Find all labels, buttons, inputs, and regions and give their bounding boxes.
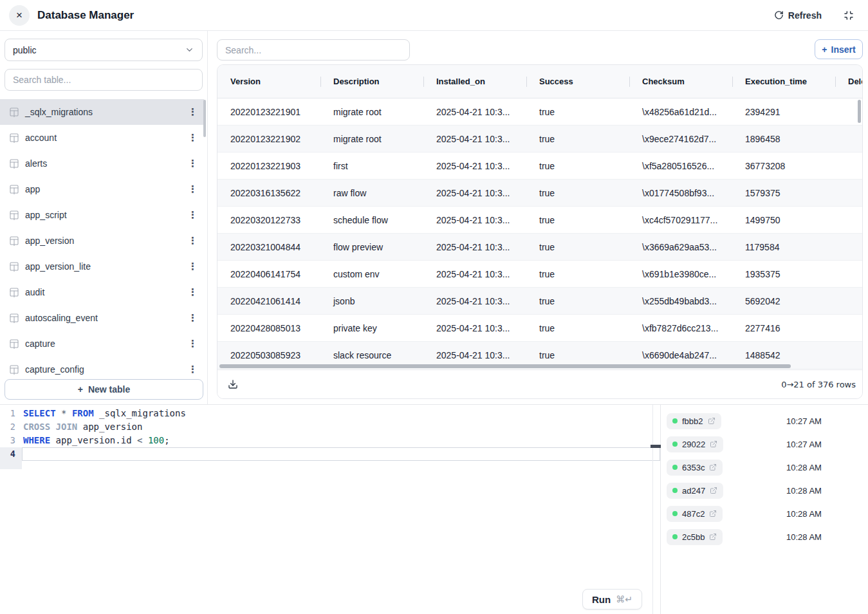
external-link-icon[interactable]: [710, 487, 717, 494]
status-dot-icon: [672, 418, 678, 423]
column-header[interactable]: Installed_on: [423, 77, 526, 86]
sidebar-item-app_version_lite[interactable]: app_version_lite⋮: [0, 254, 204, 279]
history-query-pill[interactable]: 2c5bb: [667, 529, 723, 545]
table-icon: [9, 184, 19, 194]
table-cell: 2025-04-21 10:3...: [423, 242, 526, 252]
sidebar-item-app_version[interactable]: app_version⋮: [0, 228, 204, 254]
kebab-menu-icon[interactable]: ⋮: [188, 364, 198, 375]
run-button[interactable]: Run ⌘↵: [582, 589, 642, 609]
external-link-icon[interactable]: [710, 440, 717, 448]
sidebar-item-capture[interactable]: capture⋮: [0, 331, 204, 357]
history-query-pill[interactable]: 487c2: [667, 506, 723, 522]
new-table-button[interactable]: + New table: [5, 379, 203, 400]
table-cell: 1499750: [732, 215, 835, 225]
kebab-menu-icon[interactable]: ⋮: [188, 158, 198, 169]
grid-body: 20220123221901migrate root2025-04-21 10:…: [217, 98, 862, 369]
line-number: 1: [0, 407, 22, 420]
sidebar-item-account[interactable]: account⋮: [0, 125, 204, 151]
sidebar-item-alerts[interactable]: alerts⋮: [0, 151, 204, 176]
table-cell: schedule flow: [320, 215, 423, 225]
table-cell: 1579375: [732, 188, 835, 198]
table-row[interactable]: 20220316135622raw flow2025-04-21 10:3...…: [217, 180, 862, 207]
table-cell: 20220320122733: [217, 215, 320, 225]
horizontal-scrollbar[interactable]: [219, 364, 791, 368]
table-name-label: app_version_lite: [25, 261, 91, 272]
table-cell: true: [526, 107, 629, 117]
code-line[interactable]: 1SELECT * FROM _sqlx_migrations: [0, 407, 660, 420]
code-line[interactable]: 4: [0, 447, 660, 461]
grid-search-input[interactable]: [217, 39, 410, 60]
code-line[interactable]: 3WHERE app_version.id < 100;: [0, 434, 660, 447]
table-icon: [9, 158, 19, 169]
code-line[interactable]: 2CROSS JOIN app_version: [0, 420, 660, 434]
table-cell: \xc4cf570291177...: [629, 215, 732, 225]
table-search-input[interactable]: [5, 69, 203, 91]
table-icon: [9, 339, 19, 349]
kebab-menu-icon[interactable]: ⋮: [188, 338, 198, 349]
table-name-label: capture_config: [25, 364, 84, 375]
column-header[interactable]: Dele: [835, 77, 863, 86]
query-id-label: 29022: [682, 440, 705, 449]
external-link-icon[interactable]: [709, 533, 717, 541]
kebab-menu-icon[interactable]: ⋮: [188, 235, 198, 247]
kebab-menu-icon[interactable]: ⋮: [188, 183, 198, 195]
editor-scroll-thumb[interactable]: [651, 445, 661, 448]
query-timestamp: 10:27 AM: [786, 416, 822, 426]
history-query-pill[interactable]: 6353c: [667, 460, 723, 476]
kebab-menu-icon[interactable]: ⋮: [188, 261, 198, 272]
table-cell: 20220428085013: [217, 323, 320, 333]
table-row[interactable]: 20220123221903first2025-04-21 10:3...tru…: [217, 153, 862, 180]
table-row[interactable]: 20220421061414jsonb2025-04-21 10:3...tru…: [217, 288, 862, 315]
external-link-icon[interactable]: [709, 510, 717, 517]
vertical-scrollbar[interactable]: [858, 100, 861, 123]
code-content: [22, 447, 660, 461]
table-row[interactable]: 20220123221901migrate root2025-04-21 10:…: [217, 98, 862, 126]
history-query-pill[interactable]: ad247: [667, 483, 723, 499]
kebab-menu-icon[interactable]: ⋮: [188, 286, 198, 298]
minimize-button[interactable]: [844, 10, 854, 21]
close-button[interactable]: ×: [9, 5, 30, 26]
sidebar-item-app_script[interactable]: app_script⋮: [0, 202, 204, 228]
code-content: CROSS JOIN app_version: [22, 420, 660, 434]
kebab-menu-icon[interactable]: ⋮: [188, 132, 198, 144]
table-row[interactable]: 20220406141754custom env2025-04-21 10:3.…: [217, 261, 862, 288]
download-button[interactable]: [228, 379, 238, 389]
column-header[interactable]: Execution_time: [732, 77, 835, 86]
column-header[interactable]: Success: [526, 77, 629, 86]
sidebar-item-audit[interactable]: audit⋮: [0, 279, 204, 305]
refresh-button[interactable]: Refresh: [774, 10, 822, 21]
history-query-pill[interactable]: 29022: [667, 436, 723, 452]
column-header[interactable]: Version: [217, 77, 320, 86]
external-link-icon[interactable]: [708, 417, 716, 425]
sidebar-item-_sqlx_migrations[interactable]: _sqlx_migrations⋮: [0, 99, 204, 125]
sidebar-scrollbar[interactable]: [203, 100, 206, 137]
refresh-icon: [774, 10, 784, 20]
insert-label: Insert: [831, 44, 856, 55]
table-cell: 2025-04-21 10:3...: [423, 107, 526, 117]
column-header[interactable]: Checksum: [629, 77, 732, 86]
table-row[interactable]: 20220321004844flow preview2025-04-21 10:…: [217, 234, 862, 261]
kebab-menu-icon[interactable]: ⋮: [188, 209, 198, 221]
table-cell: 2025-04-21 10:3...: [423, 323, 526, 333]
sidebar-item-app[interactable]: app⋮: [0, 176, 204, 202]
table-cell: 2394291: [732, 107, 835, 117]
external-link-icon[interactable]: [709, 463, 717, 471]
table-cell: 1488542: [732, 350, 835, 360]
schema-select[interactable]: public: [5, 39, 203, 61]
kebab-menu-icon[interactable]: ⋮: [188, 106, 198, 118]
history-item: 6353c10:28 AM: [661, 456, 868, 479]
sidebar-item-capture_config[interactable]: capture_config⋮: [0, 357, 204, 379]
sidebar-item-autoscaling_event[interactable]: autoscaling_event⋮: [0, 305, 204, 331]
table-row[interactable]: 20220428085013private key2025-04-21 10:3…: [217, 315, 862, 342]
table-cell: \x6690de4ab247...: [629, 350, 732, 360]
table-row[interactable]: 20220123221902migrate root2025-04-21 10:…: [217, 126, 862, 153]
insert-button[interactable]: + Insert: [815, 39, 863, 59]
table-row[interactable]: 20220320122733schedule flow2025-04-21 10…: [217, 207, 862, 234]
history-query-pill[interactable]: fbbb2: [667, 413, 721, 429]
kebab-menu-icon[interactable]: ⋮: [188, 312, 198, 324]
column-header[interactable]: Description: [320, 77, 423, 86]
schema-select-value: public: [13, 45, 37, 55]
sql-editor[interactable]: 1SELECT * FROM _sqlx_migrations2CROSS JO…: [0, 405, 661, 614]
query-history-panel: fbbb210:27 AM2902210:27 AM6353c10:28 AMa…: [661, 405, 868, 614]
table-cell: 20220123221903: [217, 161, 320, 171]
